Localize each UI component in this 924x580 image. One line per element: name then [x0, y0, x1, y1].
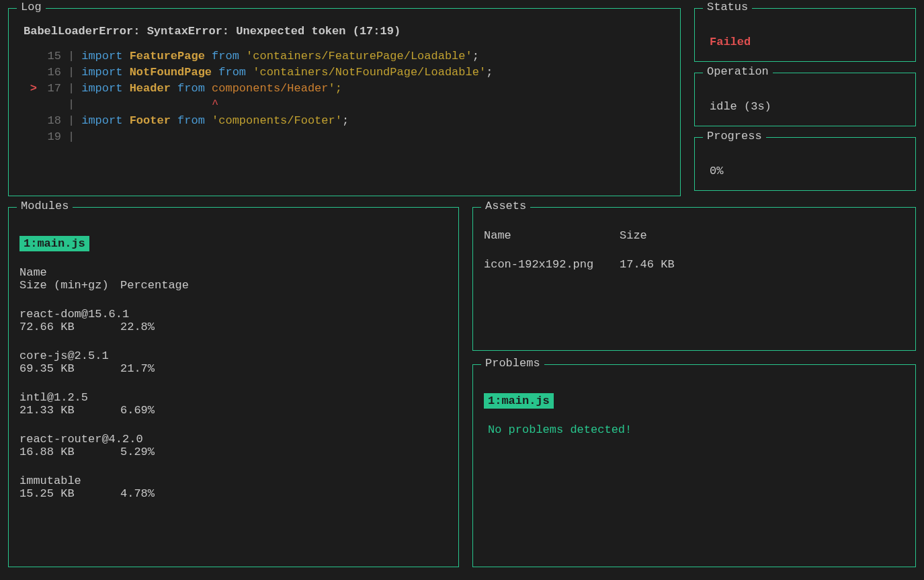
pipe: | [61, 48, 81, 65]
identifier: NotFoundPage [130, 65, 212, 81]
operation-value: idle (3s) [706, 89, 905, 113]
pipe: | [61, 129, 81, 145]
module-item: intl@1.2.5 21.33 KB 6.69% [19, 391, 448, 417]
string: '; [329, 81, 342, 97]
module-size: 21.33 KB [19, 404, 120, 417]
line-number: 19 [37, 129, 61, 145]
progress-title: Progress [703, 130, 766, 142]
assets-title: Assets [481, 200, 530, 212]
module-item: immutable 15.25 KB 4.78% [19, 474, 448, 500]
code-line: 19 | [19, 129, 669, 145]
status-title: Status [703, 1, 752, 13]
gutter-marker [19, 97, 37, 113]
status-value: Failed [706, 25, 905, 48]
modules-header-size: Size (min+gz) [19, 279, 120, 292]
problems-chip[interactable]: 1:main.js [484, 393, 554, 409]
module-pct: 5.29% [120, 446, 155, 458]
progress-panel: Progress 0% [694, 137, 916, 191]
gutter-marker [19, 48, 37, 65]
identifier: Footer [130, 113, 171, 129]
module-size: 15.25 KB [19, 487, 120, 500]
log-panel: Log BabelLoaderError: SyntaxError: Unexp… [8, 8, 681, 196]
module-item: react-dom@15.6.1 72.66 KB 22.8% [19, 308, 448, 333]
module-size: 16.88 KB [19, 446, 120, 458]
keyword: import [81, 113, 122, 129]
modules-panel: Modules 1:main.js Name Size (min+gz) Per… [8, 207, 459, 567]
asset-item: icon-192x192.png 17.46 KB [484, 258, 905, 271]
module-item: core-js@2.5.1 69.35 KB 21.7% [19, 349, 448, 375]
asset-name: icon-192x192.png [484, 258, 620, 271]
assets-header-size: Size [620, 229, 647, 242]
keyword: import [81, 48, 122, 65]
identifier: Header [130, 81, 171, 97]
status-panel: Status Failed [694, 8, 916, 62]
code-line: 18 | import Footer from 'components/Foot… [19, 113, 669, 129]
progress-value: 0% [706, 154, 905, 177]
module-pct: 4.78% [120, 487, 155, 500]
gutter-marker: > [19, 81, 37, 97]
gutter-marker [19, 129, 37, 145]
identifier: FeaturePage [130, 48, 205, 65]
line-number: 15 [37, 48, 61, 65]
modules-header-name: Name [19, 266, 448, 279]
gutter-marker [19, 113, 37, 129]
keyword: from [218, 65, 246, 81]
assets-panel: Assets Name Size icon-192x192.png 17.46 … [472, 207, 916, 351]
modules-title: Modules [17, 200, 73, 212]
keyword: from [177, 113, 205, 129]
keyword: import [81, 81, 122, 97]
modules-header-pct: Percentage [120, 279, 189, 292]
module-pct: 22.8% [120, 321, 155, 333]
code-line-caret: | ^ [19, 97, 669, 113]
problems-panel: Problems 1:main.js No problems detected! [472, 364, 916, 567]
string: 'containers/NotFoundPage/Loadable' [253, 65, 486, 81]
log-title: Log [17, 1, 46, 13]
line-number: 16 [37, 65, 61, 81]
gutter-marker [19, 65, 37, 81]
code-line: 16 | import NotFoundPage from 'container… [19, 65, 669, 81]
module-name: react-dom@15.6.1 [19, 308, 448, 321]
string: 'containers/FeaturePage/Loadable' [246, 48, 472, 65]
asset-size: 17.46 KB [620, 258, 675, 271]
module-pct: 6.69% [120, 404, 155, 417]
error-message: BabelLoaderError: SyntaxError: Unexpecte… [19, 25, 669, 38]
module-name: immutable [19, 474, 448, 487]
string: 'components/Footer' [212, 113, 342, 129]
keyword: from [177, 81, 205, 97]
module-name: intl@1.2.5 [19, 391, 448, 404]
line-number: 18 [37, 113, 61, 129]
pipe: | [61, 113, 81, 129]
line-number [37, 97, 61, 113]
string-error: components/Header [212, 81, 328, 97]
no-problems-message: No problems detected! [484, 423, 905, 436]
pipe: | [61, 97, 81, 113]
module-size: 69.35 KB [19, 362, 120, 375]
module-pct: 21.7% [120, 362, 155, 375]
problems-title: Problems [481, 357, 544, 370]
line-number: 17 [37, 81, 61, 97]
pipe: | [61, 81, 81, 97]
operation-panel: Operation idle (3s) [694, 73, 916, 126]
keyword: from [212, 48, 239, 65]
assets-header-name: Name [484, 229, 620, 242]
module-size: 72.66 KB [19, 321, 120, 333]
module-name: react-router@4.2.0 [19, 433, 448, 446]
keyword: import [81, 65, 122, 81]
code-line-error: > 17 | import Header from components/Hea… [19, 81, 669, 97]
module-name: core-js@2.5.1 [19, 349, 448, 362]
module-item: react-router@4.2.0 16.88 KB 5.29% [19, 433, 448, 458]
pipe: | [61, 65, 81, 81]
error-caret: ^ [81, 97, 218, 113]
operation-title: Operation [703, 65, 773, 78]
modules-chip[interactable]: 1:main.js [19, 236, 89, 251]
code-line: 15 | import FeaturePage from 'containers… [19, 48, 669, 65]
